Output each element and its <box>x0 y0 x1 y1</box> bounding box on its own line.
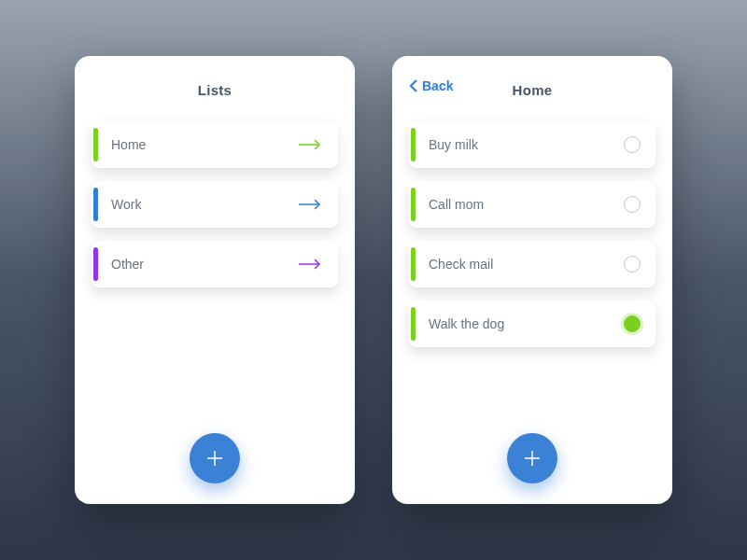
back-button[interactable]: Back <box>409 78 453 93</box>
list-row-other[interactable]: Other <box>92 241 338 287</box>
add-list-button[interactable] <box>190 433 240 483</box>
tasks-card: Back Home Buy milk Call mom Check mail W… <box>392 56 672 504</box>
accent-bar <box>93 247 98 281</box>
list-label: Other <box>111 257 297 272</box>
tasks-header: Back Home <box>409 78 655 101</box>
accent-bar <box>411 307 416 341</box>
task-label: Call mom <box>429 197 624 212</box>
task-row[interactable]: Buy milk <box>409 121 655 168</box>
lists-title: Lists <box>198 82 233 98</box>
lists-card: Lists Home Work Other <box>75 56 355 504</box>
accent-bar <box>93 128 98 161</box>
arrow-right-icon <box>297 198 323 211</box>
add-task-button[interactable] <box>507 433 557 483</box>
task-label: Walk the dog <box>429 316 624 331</box>
accent-bar <box>411 247 416 281</box>
task-row[interactable]: Call mom <box>409 181 655 228</box>
plus-icon <box>522 448 543 469</box>
chevron-left-icon <box>409 78 418 93</box>
task-radio[interactable] <box>624 136 641 153</box>
task-label: Buy milk <box>429 137 624 152</box>
back-label: Back <box>422 78 453 93</box>
task-radio[interactable] <box>624 315 641 332</box>
accent-bar <box>411 188 416 221</box>
task-radio[interactable] <box>624 256 641 273</box>
arrow-right-icon <box>297 138 323 151</box>
task-row[interactable]: Walk the dog <box>409 301 655 347</box>
list-label: Home <box>111 137 297 152</box>
accent-bar <box>93 188 98 221</box>
list-row-home[interactable]: Home <box>92 121 338 168</box>
arrow-right-icon <box>297 258 323 271</box>
list-label: Work <box>111 197 297 212</box>
task-row[interactable]: Check mail <box>409 241 655 287</box>
tasks-title: Home <box>513 82 553 98</box>
plus-icon <box>204 448 225 469</box>
task-label: Check mail <box>429 257 624 272</box>
list-row-work[interactable]: Work <box>92 181 338 228</box>
task-radio[interactable] <box>624 196 641 213</box>
accent-bar <box>411 128 416 161</box>
lists-header: Lists <box>92 78 338 101</box>
